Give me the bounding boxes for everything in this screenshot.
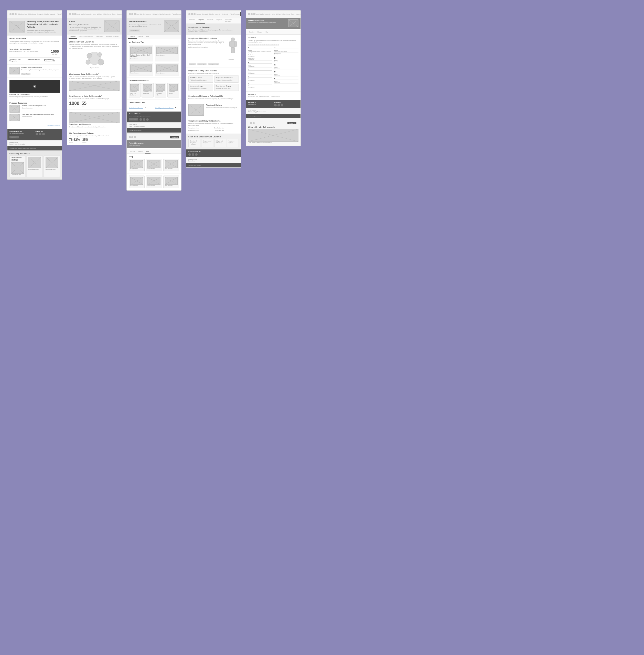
edu-text-4: Treatment Options (169, 91, 178, 94)
p4-tab-symptoms[interactable]: Symptoms (196, 18, 206, 24)
p5-instagram-icon[interactable] (281, 104, 283, 107)
p3b-tab-overview[interactable]: Overview (128, 149, 137, 154)
p5-tab-glossary[interactable]: Glossary (256, 30, 264, 34)
p5b-text: Living with HCL information and resource… (248, 142, 298, 143)
page5-connect-follow: References Reference list text... Follow… (246, 100, 300, 108)
p2-nav-resources[interactable]: Patient Resources (112, 13, 122, 15)
p3-facebook-icon[interactable] (139, 118, 142, 121)
glossary-desc: Here you will find helpful glossary term… (248, 40, 298, 43)
alpha-K[interactable]: K (267, 44, 269, 46)
learn-card-2[interactable]: Symptoms and Diagnosis (201, 139, 213, 147)
p4-tab-treatments[interactable]: Treatments (205, 18, 215, 24)
p4-nav-resources[interactable]: Patient Resources (230, 13, 240, 15)
about-hero-text: About About Hairy Cell Leukemia Hairy ce… (69, 21, 102, 32)
treatment-link[interactable]: Treatment Options (27, 59, 43, 62)
page3b-btn[interactable]: Contact Us (170, 136, 179, 138)
p3b-tab-glossary[interactable]: Glossary (137, 149, 145, 154)
p4-facebook-icon[interactable] (188, 153, 191, 156)
instagram-icon[interactable] (42, 133, 45, 135)
p4-nav-living[interactable]: Living with Hairy Cell Leukemia (203, 13, 220, 15)
connect-btn[interactable]: Learn More (9, 136, 19, 138)
p5-nav-living[interactable]: Living with Hairy Cell Leukemia (272, 13, 290, 15)
community-card-1: Daily Life With Hairy Cell Leukemia Lore… (9, 155, 25, 177)
alpha-P[interactable]: P (277, 44, 279, 46)
comp-2: Complication item (214, 127, 239, 129)
p3-learn-more-btn[interactable]: Learn More (129, 118, 138, 120)
p3-nav-living[interactable]: Living with Hairy Cell Leukemia (153, 13, 170, 15)
p3b-tab-blog[interactable]: Blog (145, 149, 151, 154)
nav-living[interactable]: Living with Hairy Cell Leukemia (37, 13, 55, 15)
page4-contact-btn[interactable]: Contact Us (240, 12, 241, 16)
term-dr1: D termLorem ipsum... (274, 73, 299, 77)
p4-nav-overview[interactable]: Overview (196, 13, 201, 15)
video-play-btn[interactable]: ▶ (33, 85, 36, 88)
p5-tab-overview[interactable]: Overview (248, 30, 256, 34)
tab-overview[interactable]: Overview (69, 34, 77, 39)
life-stats: 78-82% stat label 35% stat label (69, 138, 119, 143)
svg-rect-9 (231, 48, 233, 53)
letter-B-right: B (274, 57, 299, 59)
alpha-A[interactable]: A (248, 44, 250, 46)
p4-nav-treatments[interactable]: Treatments (222, 13, 228, 15)
p3-download-btn[interactable]: Download Now (129, 29, 140, 32)
p5-facebook-icon[interactable] (274, 104, 277, 107)
refractory-link[interactable]: Relapsed and Refractory HCL (44, 59, 60, 62)
learn-card-1[interactable]: Overview of Hairy Cell Leukemia (188, 139, 200, 147)
p3-nav-about[interactable]: About Hairy Cell Leukemia (136, 13, 151, 15)
p4-instagram-icon[interactable] (195, 153, 198, 156)
p4-tab-overview[interactable]: Overview (188, 18, 196, 24)
p3-tab-blog[interactable]: Blog (145, 35, 151, 39)
p5b-contact[interactable]: Contact Us (288, 122, 296, 124)
p5-nav-about[interactable]: About Hairy Cell Leukemia (255, 13, 270, 15)
alpha-J[interactable]: J (266, 44, 267, 46)
cc1-img (11, 162, 24, 174)
p5b-title: Living with Hairy Cell Leukemia (248, 126, 298, 128)
p2-nav-about[interactable]: About Hairy Cell Leukemia (76, 13, 91, 15)
p5-nav-resources[interactable]: Patient Resources (291, 13, 301, 15)
p4-tab-diagnosis[interactable]: Diagnosis (215, 18, 224, 24)
alpha-E[interactable]: E (256, 44, 258, 46)
hcl-foundation-link[interactable]: Hairy Cell Leukemia Foundation (129, 107, 143, 109)
nav-resources[interactable]: Patient Resources (57, 13, 62, 15)
p5-twitter-icon[interactable] (277, 104, 280, 107)
tab-relapsed[interactable]: Relapsed & Refractory (104, 34, 120, 39)
alpha-G[interactable]: G (260, 44, 261, 46)
alpha-C[interactable]: C (252, 44, 254, 46)
view-all-link[interactable]: View all patient resources > (9, 122, 60, 127)
p3-tab-overview[interactable]: Overview (128, 35, 137, 39)
alpha-D[interactable]: D (254, 44, 256, 46)
tab-symptoms[interactable]: Symptoms and Diagnosis (77, 34, 95, 39)
alpha-N[interactable]: N (273, 44, 275, 46)
what-is-hcl-text: Hairy cell leukemia (HCL) is a form of b… (9, 51, 48, 52)
learn-card-3[interactable]: Relapse and Refractory (214, 139, 226, 147)
page3-other-links: Other Helpful Links Hairy Cell Leukemia … (127, 100, 181, 112)
alpha-I[interactable]: I (264, 44, 265, 46)
nord-link[interactable]: National Organization for Rare Disorders (155, 107, 174, 109)
tab-treatments[interactable]: Treatments (95, 34, 104, 39)
p3-instagram-icon[interactable] (146, 118, 149, 121)
p3-nav-resources[interactable]: Patient Resources (172, 13, 182, 15)
facebook-icon[interactable] (36, 133, 38, 135)
p2-nav-living[interactable]: Living with Hairy Cell Leukemia (93, 13, 111, 15)
p5-tab-blog[interactable]: Blog (264, 30, 270, 34)
p3-tab-glossary[interactable]: Glossary (137, 35, 145, 39)
alpha-B[interactable]: B (250, 44, 252, 46)
alpha-F[interactable]: F (258, 44, 259, 46)
alpha-M[interactable]: M (271, 44, 273, 46)
page3b-logo (129, 136, 136, 138)
p4-tab-relapsed[interactable]: Relapsed & Refractory (224, 18, 239, 24)
alpha-O[interactable]: O (275, 44, 277, 46)
view-all-resources-link[interactable]: View all patient resources > (47, 124, 60, 126)
p4-twitter-icon[interactable] (192, 153, 194, 156)
twitter-icon[interactable] (39, 133, 42, 135)
community-card-2: Lorem ipsum text... (27, 155, 43, 177)
alpha-H[interactable]: H (262, 44, 263, 46)
p5-banner-img (288, 20, 298, 27)
connect-learn-more[interactable]: Learn More (21, 73, 30, 75)
alpha-L[interactable]: L (269, 44, 271, 46)
symptoms-link[interactable]: Symptoms and Diagnosis (9, 59, 25, 62)
p3-twitter-icon[interactable] (143, 118, 145, 121)
learn-card-4[interactable]: Treatment Options (227, 139, 239, 147)
nav-about[interactable]: About Hairy Cell Leukemia (21, 13, 36, 15)
blog-img-6 (165, 177, 178, 185)
